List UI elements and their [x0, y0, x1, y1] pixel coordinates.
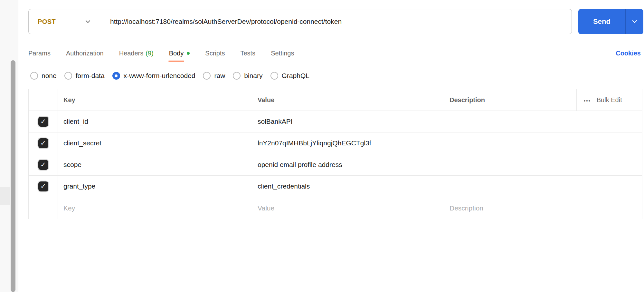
mode-form-data[interactable]: form-data — [64, 72, 105, 80]
row-checkbox-checked[interactable]: ✓ — [38, 138, 48, 148]
tab-headers[interactable]: Headers (9) — [119, 50, 154, 57]
row-checkbox-checked[interactable]: ✓ — [38, 160, 48, 170]
radio-icon — [30, 72, 38, 80]
header-value: Value — [252, 89, 444, 111]
request-tabs: Params Authorization Headers (9) Body Sc… — [28, 45, 641, 62]
key-cell[interactable]: grant_type — [58, 176, 252, 197]
method-label: POST — [38, 18, 56, 25]
table-row: ✓ grant_type client_credentials — [29, 176, 642, 197]
more-options-icon[interactable]: ••• — [584, 97, 591, 103]
value-cell[interactable]: openid email profile address — [252, 154, 444, 175]
radio-icon — [203, 72, 211, 80]
header-checkbox-cell — [29, 89, 58, 111]
new-value-cell — [252, 197, 444, 219]
send-button[interactable]: Send — [578, 9, 625, 34]
description-cell[interactable] — [444, 132, 642, 154]
chevron-down-icon — [632, 20, 637, 23]
mode-label: GraphQL — [282, 72, 309, 80]
new-description-input[interactable] — [450, 204, 642, 212]
checkbox-cell: ✓ — [29, 132, 58, 154]
cookies-link[interactable]: Cookies — [616, 50, 641, 57]
tab-label: Authorization — [66, 50, 104, 57]
header-bulk-edit-cell: ••• Bulk Edit — [577, 89, 642, 111]
mode-raw[interactable]: raw — [203, 72, 225, 80]
tab-label: Headers — [119, 50, 144, 57]
mode-label: form-data — [76, 72, 105, 80]
checkbox-cell: ✓ — [29, 154, 58, 175]
table-row: ✓ client_secret lnY2n07qIMHBbLjYliqngjQh… — [29, 132, 642, 154]
rail-highlight — [0, 187, 10, 205]
new-value-input[interactable] — [258, 204, 444, 212]
checkbox-cell: ✓ — [29, 111, 58, 132]
mode-binary[interactable]: binary — [233, 72, 262, 80]
radio-icon — [233, 72, 241, 80]
mode-label: raw — [214, 72, 225, 80]
vertical-scrollbar[interactable] — [11, 60, 15, 292]
tab-tests[interactable]: Tests — [240, 50, 255, 57]
key-cell[interactable]: client_secret — [58, 132, 252, 154]
check-icon: ✓ — [40, 183, 46, 190]
mode-label: x-www-form-urlencoded — [124, 72, 195, 80]
radio-icon — [270, 72, 278, 80]
tab-authorization[interactable]: Authorization — [66, 50, 104, 57]
table-row: ✓ scope openid email profile address — [29, 154, 642, 176]
tab-label: Tests — [240, 50, 255, 57]
mode-x-www-form-urlencoded[interactable]: x-www-form-urlencoded — [112, 72, 195, 80]
send-button-group: Send — [578, 9, 643, 34]
tab-label: Params — [28, 50, 51, 57]
tab-label: Settings — [271, 50, 294, 57]
tab-label: Body — [169, 50, 184, 57]
radio-icon — [64, 72, 72, 80]
url-bar: POST — [28, 9, 572, 34]
header-description: Description — [444, 89, 577, 111]
key-cell[interactable]: client_id — [58, 111, 252, 132]
new-key-cell — [58, 197, 252, 219]
url-input[interactable] — [101, 9, 572, 34]
value-cell[interactable]: solBankAPI — [252, 111, 444, 132]
check-icon: ✓ — [40, 140, 46, 147]
body-mode-group: none form-data x-www-form-urlencoded raw… — [30, 68, 309, 83]
mode-graphql[interactable]: GraphQL — [270, 72, 309, 80]
new-description-cell — [444, 197, 642, 219]
table-placeholder-row — [29, 197, 642, 219]
left-rail — [0, 0, 18, 292]
chevron-down-icon — [85, 20, 90, 23]
tab-label: Scripts — [205, 50, 225, 57]
mode-none[interactable]: none — [30, 72, 57, 80]
new-key-input[interactable] — [63, 204, 252, 212]
value-cell[interactable]: client_credentials — [252, 176, 444, 197]
method-selector[interactable]: POST — [29, 9, 101, 34]
tab-params[interactable]: Params — [28, 50, 51, 57]
radio-selected-icon — [112, 72, 120, 80]
checkbox-cell: ✓ — [29, 176, 58, 197]
key-cell[interactable]: scope — [58, 154, 252, 175]
tab-scripts[interactable]: Scripts — [205, 50, 225, 57]
row-checkbox-checked[interactable]: ✓ — [38, 181, 48, 191]
tab-body[interactable]: Body — [169, 50, 190, 57]
tab-settings[interactable]: Settings — [271, 50, 294, 57]
app-root: { "request": { "method": "POST", "url": … — [0, 0, 644, 292]
row-checkbox-checked[interactable]: ✓ — [38, 117, 48, 127]
description-cell[interactable] — [444, 111, 642, 132]
headers-count-badge: (9) — [146, 50, 153, 57]
mode-label: none — [42, 72, 57, 80]
bulk-edit-button[interactable]: Bulk Edit — [597, 96, 622, 104]
body-modified-dot-icon — [187, 52, 190, 55]
check-icon: ✓ — [40, 118, 46, 125]
check-icon: ✓ — [40, 161, 46, 168]
header-key: Key — [58, 89, 252, 111]
value-cell[interactable]: lnY2n07qIMHBbLjYliqngjQhEGCTgl3f — [252, 132, 444, 154]
send-options-button[interactable] — [625, 9, 643, 34]
table-header-row: Key Value Description ••• Bulk Edit — [29, 89, 642, 111]
mode-label: binary — [244, 72, 262, 80]
description-cell[interactable] — [444, 154, 642, 175]
urlencoded-params-table: Key Value Description ••• Bulk Edit ✓ cl… — [28, 89, 642, 219]
checkbox-cell — [29, 197, 58, 219]
table-row: ✓ client_id solBankAPI — [29, 111, 642, 132]
description-cell[interactable] — [444, 176, 642, 197]
